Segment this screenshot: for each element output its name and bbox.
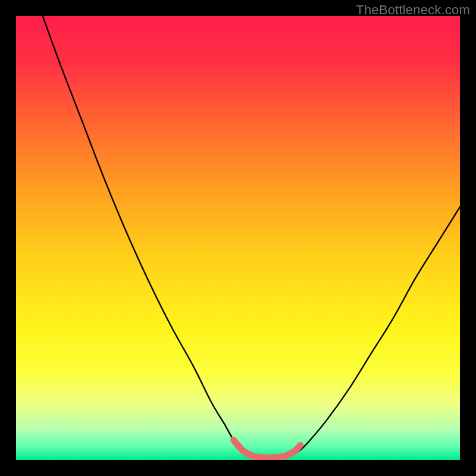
bottleneck-curve	[16, 16, 460, 460]
plot-area	[16, 16, 460, 460]
watermark-label: TheBottleneck.com	[356, 2, 470, 18]
chart-frame: TheBottleneck.com	[0, 0, 476, 476]
curve-right-branch	[292, 207, 460, 456]
optimal-zone-marker	[234, 440, 300, 458]
curve-left-branch	[43, 16, 252, 456]
